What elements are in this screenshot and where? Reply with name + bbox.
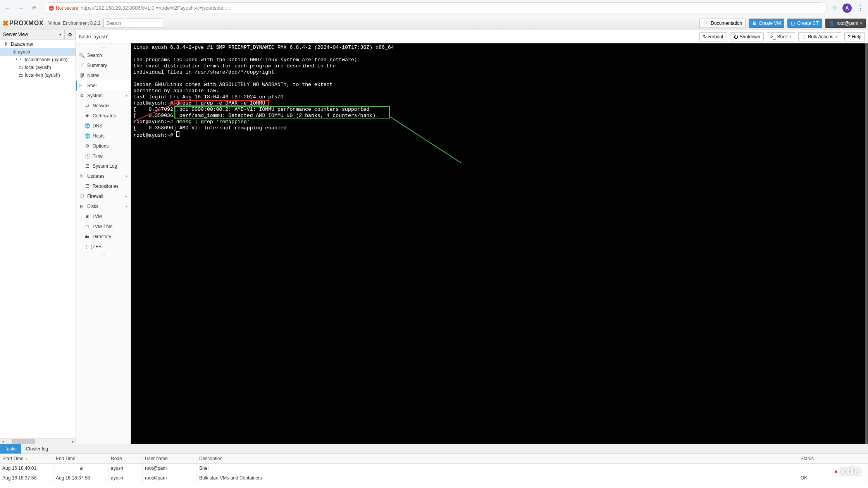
user-menu-button[interactable]: 👤root@pam ▾ xyxy=(825,19,866,28)
nav-item-hosts[interactable]: 🌐Hosts xyxy=(76,131,131,141)
shell-terminal[interactable]: Linux ayush 6.8.4-2-pve #1 SMP PREEMPT_D… xyxy=(131,43,868,444)
tree-item[interactable]: 🖥ayush xyxy=(0,48,76,56)
reboot-button[interactable]: ↻Reboot xyxy=(699,32,727,41)
menu-icon[interactable]: ⋮ xyxy=(857,4,864,12)
nav-item-firewall[interactable]: 🛡Firewall▸ xyxy=(76,191,131,201)
list-icon: ⋮ xyxy=(802,34,806,40)
nav-label: ZFS xyxy=(93,244,102,249)
shell-button[interactable]: >_Shell▾ xyxy=(767,32,795,41)
nav-item-network[interactable]: ⇄Network xyxy=(76,101,131,111)
nav-icon: ↻ xyxy=(79,174,84,179)
profile-avatar[interactable]: A xyxy=(842,3,852,13)
shutdown-button[interactable]: ⏻Shutdown xyxy=(730,32,764,41)
reload-button[interactable]: ⟳ xyxy=(30,4,38,12)
security-label: Not secure xyxy=(56,5,78,11)
tab-tasks[interactable]: Tasks xyxy=(0,444,21,454)
nav-label: Firewall xyxy=(87,194,103,199)
help-icon: ? xyxy=(848,34,851,40)
nav-label: Repositories xyxy=(93,184,119,189)
create-vm-button[interactable]: 🖥Create VM xyxy=(749,19,784,28)
nav-icon: 🛡 xyxy=(79,194,84,199)
help-button[interactable]: ?Help xyxy=(844,32,865,41)
back-button[interactable]: ← xyxy=(4,4,12,12)
nav-label: Disks xyxy=(87,204,98,209)
nav-label: Network xyxy=(93,103,110,108)
logo-text: PROXMOX xyxy=(9,20,44,27)
user-icon: 👤 xyxy=(829,21,835,26)
nav-item-system[interactable]: ⚙System▾ xyxy=(76,91,131,101)
nav-item-directory[interactable]: 🖿Directory xyxy=(76,232,131,242)
nav-item-disks[interactable]: ⊟Disks▾ xyxy=(76,201,131,211)
create-ct-button[interactable]: ▢Create CT xyxy=(787,19,822,28)
tree-item[interactable]: 🗀local (ayush) xyxy=(0,64,76,71)
terminal-scrollbar[interactable] xyxy=(865,43,868,444)
server-panel: Server View▾ ⚙ 🗄Datacenter🖥ayush⋮⋮⋮local… xyxy=(0,30,76,444)
bulk-actions-button[interactable]: ⋮Bulk Actions▾ xyxy=(798,32,841,41)
nav-item-lvm[interactable]: ■LVM xyxy=(76,211,131,222)
collapse-up-icon[interactable]: ︿ xyxy=(76,43,131,50)
global-search-input[interactable] xyxy=(103,19,163,28)
collapse-down-icon[interactable]: ﹀ xyxy=(76,252,131,259)
tree-item[interactable]: 🗄Datacenter xyxy=(0,40,76,48)
col-user[interactable]: User name xyxy=(143,454,197,463)
tree-icon: 🗀 xyxy=(18,65,23,70)
nav-item-summary[interactable]: 📄Summary xyxy=(76,60,131,70)
nav-item-repositories[interactable]: ☰Repositories xyxy=(76,181,131,191)
panel-settings-button[interactable]: ⚙ xyxy=(65,30,76,39)
nav-item-lvm-thin[interactable]: □LVM-Thin xyxy=(76,222,131,232)
nav-item-certificates[interactable]: ✸Certificates xyxy=(76,111,131,121)
nav-label: Hosts xyxy=(93,133,105,139)
nav-label: Directory xyxy=(93,234,111,239)
nav-item-shell[interactable]: >_Shell xyxy=(76,81,131,91)
tree-label: localnetwork (ayush) xyxy=(25,57,67,62)
danger-icon: ⛔ xyxy=(48,5,54,11)
documentation-button[interactable]: 📄Documentation xyxy=(699,19,746,28)
annotation-green-box xyxy=(174,106,390,119)
annotation-green-arrow xyxy=(389,116,462,163)
nav-item-search[interactable]: 🔍Search xyxy=(76,50,131,60)
nav-label: DNS xyxy=(93,123,102,129)
bookmark-icon[interactable]: ☆ xyxy=(832,5,837,11)
nav-item-notes[interactable]: 🗐Notes xyxy=(76,70,131,81)
node-side-nav: ︿ 🔍Search📄Summary🗐Notes>_Shell⚙System▾⇄N… xyxy=(76,43,131,444)
product-name: Virtual Environment 8.2.2 xyxy=(48,21,101,26)
nav-item-system-log[interactable]: ☰System Log xyxy=(76,161,131,171)
shell-icon: >_ xyxy=(770,34,776,40)
power-icon: ⏻ xyxy=(734,34,738,40)
tree-icon: 🗀 xyxy=(18,72,23,78)
node-title: Node 'ayush' xyxy=(79,34,108,40)
tree-icon: 🖥 xyxy=(11,49,16,55)
nav-label: LVM-Thin xyxy=(93,224,112,229)
col-status[interactable]: Status xyxy=(798,454,868,463)
tree-item[interactable]: ⋮⋮⋮localnetwork (ayush) xyxy=(0,56,76,64)
task-row[interactable]: Aug 16 18:40:01🖥ayushroot@pamShell xyxy=(0,464,868,473)
nav-item-dns[interactable]: 🌐DNS xyxy=(76,121,131,131)
tree-label: local-lvm (ayush) xyxy=(25,72,60,78)
address-bar[interactable]: ⛔ Not secure https://192.168.29.32:8006/… xyxy=(43,2,827,14)
nav-label: Time xyxy=(93,153,103,159)
tree-icon: ⋮⋮⋮ xyxy=(18,57,23,62)
nav-icon: 🕐 xyxy=(84,153,90,159)
col-end[interactable]: End Time xyxy=(53,454,108,463)
task-log-panel: Tasks Cluster log Start Time ↓ End Time … xyxy=(0,444,868,488)
nav-label: Updates xyxy=(87,174,105,179)
browser-toolbar: ← → ⟳ ⛔ Not secure https://192.168.29.32… xyxy=(0,0,868,16)
nav-item-options[interactable]: ⚙Options xyxy=(76,141,131,151)
proxmox-logo[interactable]: ✖ PROXMOX xyxy=(2,19,44,28)
nav-item-zfs[interactable]: ⋮⋮ZFS xyxy=(76,242,131,252)
server-view-select[interactable]: Server View▾ xyxy=(0,30,65,39)
col-desc[interactable]: Description xyxy=(197,454,798,463)
nav-item-updates[interactable]: ↻Updates▾ xyxy=(76,171,131,181)
task-row[interactable]: Aug 16 18:37:58Aug 16 18:37:58ayushroot@… xyxy=(0,473,868,483)
tab-cluster-log[interactable]: Cluster log xyxy=(21,444,53,454)
nav-label: System Log xyxy=(93,163,117,169)
col-start[interactable]: Start Time ↓ xyxy=(0,454,53,463)
tree-scrollbar[interactable]: ◂▸ xyxy=(0,438,76,444)
tree-item[interactable]: 🗀local-lvm (ayush) xyxy=(0,71,76,79)
tree-label: ayush xyxy=(18,49,30,55)
col-node[interactable]: Node xyxy=(108,454,143,463)
gear-icon: ⚙ xyxy=(68,32,72,38)
security-badge: ⛔ Not secure xyxy=(48,5,78,11)
forward-button[interactable]: → xyxy=(17,4,25,12)
nav-item-time[interactable]: 🕐Time xyxy=(76,151,131,161)
